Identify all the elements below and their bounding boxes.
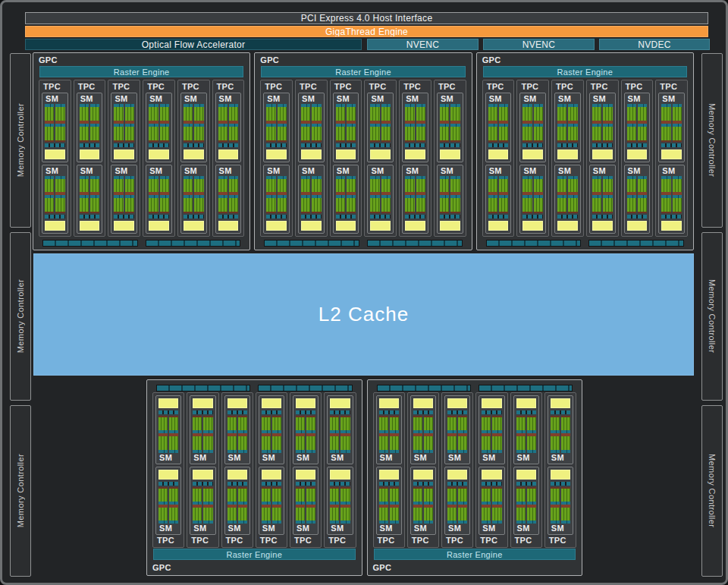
green-core-grid xyxy=(447,436,457,449)
sm-core xyxy=(488,104,509,160)
segmented-teal-strip xyxy=(447,482,467,486)
sm-label: SM xyxy=(627,94,648,104)
sm-halves xyxy=(158,416,178,453)
green-core-grid xyxy=(203,489,212,502)
green-core-grid xyxy=(522,198,532,212)
nvenc-bar: NVENC xyxy=(367,39,479,50)
green-core-grid xyxy=(522,179,532,193)
green-core-grid xyxy=(424,436,433,449)
sm-label: SM xyxy=(149,166,169,176)
green-core-grid xyxy=(330,508,339,521)
green-core-grid xyxy=(568,127,577,140)
sm-half xyxy=(340,416,350,453)
green-core-grid xyxy=(45,198,54,212)
green-core-grid xyxy=(301,127,310,140)
red-strip-thin xyxy=(45,140,54,142)
red-strip-thin xyxy=(673,140,682,142)
green-core-grid xyxy=(499,198,508,212)
sm-halves xyxy=(45,104,65,142)
sm-stack: SM xyxy=(437,93,463,234)
yellow-core-block xyxy=(158,398,178,408)
green-core-grid xyxy=(278,179,287,193)
sm-half xyxy=(551,487,560,524)
sm-core xyxy=(551,469,570,524)
sm-halves xyxy=(80,176,100,214)
sm-core xyxy=(45,176,65,232)
sm-label: SM xyxy=(193,524,212,533)
sm-half xyxy=(458,487,467,524)
sm-label: SM xyxy=(405,166,425,176)
red-strip-thin xyxy=(673,212,682,213)
sm-block: SM xyxy=(327,395,353,464)
sm-stack: SM xyxy=(554,93,581,234)
green-core-grid xyxy=(160,127,169,140)
sm-half xyxy=(499,176,508,214)
green-core-grid xyxy=(527,436,536,449)
sm-block: SM xyxy=(146,165,172,234)
sm-core xyxy=(405,176,425,232)
green-core-grid xyxy=(340,489,350,502)
segmented-teal-strip xyxy=(158,482,178,486)
gpc-port-row xyxy=(264,240,462,247)
yellow-core-block xyxy=(149,149,169,159)
tpc-block: TPC SM xyxy=(324,392,356,548)
sm-half xyxy=(561,487,570,524)
red-strip-thin xyxy=(592,212,601,213)
sm-half xyxy=(661,176,670,214)
green-core-grid xyxy=(561,489,570,502)
sm-label: SM xyxy=(45,166,65,176)
green-core-grid xyxy=(330,417,339,430)
sm-stack: SM xyxy=(224,395,250,535)
red-strip-thin xyxy=(278,140,287,142)
green-core-grid xyxy=(379,489,388,502)
segmented-teal-strip xyxy=(557,143,578,147)
red-strip-thin xyxy=(499,140,508,142)
sm-core xyxy=(488,176,509,232)
sm-block: SM xyxy=(293,395,318,464)
red-strip-thin xyxy=(557,140,566,142)
sm-half xyxy=(160,104,169,142)
yellow-core-block xyxy=(488,149,509,159)
green-core-grid xyxy=(330,489,339,502)
green-core-grid xyxy=(125,107,134,121)
sm-half xyxy=(405,176,414,214)
red-strip-thin xyxy=(80,212,89,213)
sm-halves xyxy=(296,487,315,524)
sm-half xyxy=(440,104,449,142)
segmented-teal-strip xyxy=(330,482,350,486)
yellow-core-block xyxy=(440,221,460,231)
sm-half xyxy=(568,104,577,142)
raster-engine-bar: Raster Engine xyxy=(261,66,465,77)
sm-halves xyxy=(184,104,204,142)
sm-core xyxy=(522,176,543,232)
sm-halves xyxy=(516,416,536,453)
green-core-grid xyxy=(492,489,501,502)
yellow-core-block xyxy=(379,470,399,480)
green-core-grid xyxy=(266,107,275,121)
sm-half xyxy=(450,176,460,214)
sm-block: SM xyxy=(224,467,250,536)
red-strip-thin xyxy=(638,212,647,213)
tpc-label: TPC xyxy=(658,81,685,93)
yellow-core-block xyxy=(413,398,433,408)
memory-controller-column-left: Memory Controller Memory Controller Memo… xyxy=(10,53,31,577)
sm-halves xyxy=(551,416,570,453)
yellow-core-block xyxy=(551,470,570,480)
yellow-core-block xyxy=(592,221,613,231)
sm-core xyxy=(330,398,350,453)
sm-half xyxy=(413,487,422,524)
segmented-teal-strip xyxy=(627,215,648,219)
sm-core xyxy=(557,176,578,232)
tpc-block: TPC SM xyxy=(152,392,184,548)
red-strip-thin xyxy=(557,212,566,213)
sm-block: SM xyxy=(77,165,103,234)
yellow-core-block xyxy=(158,470,178,480)
green-core-grid xyxy=(55,198,64,212)
yellow-core-block xyxy=(413,470,433,480)
segmented-teal-strip xyxy=(296,482,315,486)
yellow-core-block xyxy=(218,221,239,231)
segmented-teal-strip xyxy=(336,215,356,219)
sm-block: SM xyxy=(327,467,353,536)
sm-block: SM xyxy=(402,165,428,234)
sm-core xyxy=(336,176,356,232)
